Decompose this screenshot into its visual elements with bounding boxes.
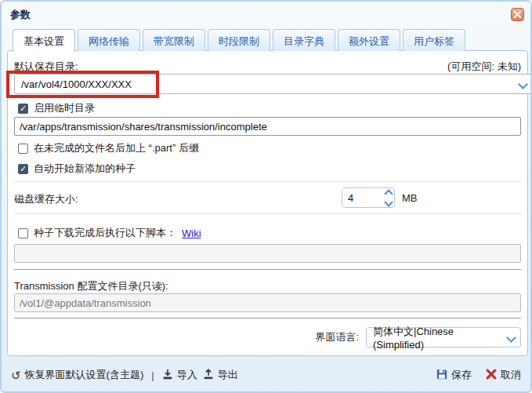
- tab-basic-settings[interactable]: 基本设置: [13, 29, 75, 52]
- config-dir-label: Transmission 配置文件目录(只读):: [14, 279, 168, 293]
- save-dir-value: /var/vol4/1000/XXX/XXX: [21, 78, 132, 90]
- export-icon: [203, 369, 214, 382]
- script-checkbox[interactable]: [18, 228, 28, 238]
- footer-bar: ↺ 恢复界面默认设置(含主题) | 导入 导出: [11, 362, 521, 388]
- cancel-icon: [486, 369, 497, 382]
- tab-schedule-limit[interactable]: 时段限制: [208, 29, 270, 51]
- import-button[interactable]: 导入: [162, 368, 197, 382]
- chevron-down-icon: [508, 334, 515, 341]
- restore-icon: ↺: [11, 369, 21, 381]
- language-row: 界面语言: 简体中文|Chinese (Simplified): [315, 327, 521, 348]
- temp-dir-checkbox[interactable]: [18, 104, 28, 114]
- close-button[interactable]: [511, 8, 524, 21]
- cache-unit-label: MB: [402, 192, 418, 204]
- language-label: 界面语言:: [315, 330, 359, 344]
- chevron-down-icon: [519, 81, 527, 88]
- chevron-down-icon: [385, 198, 393, 206]
- cancel-button[interactable]: 取消: [486, 368, 521, 382]
- save-dir-label-row: 默认保存目录: (可用空间: 未知): [14, 60, 521, 74]
- tab-directory-dictionary[interactable]: 目录字典: [273, 29, 335, 51]
- autostart-checkbox-label: 自动开始新添加的种子: [34, 162, 136, 176]
- cache-size-stepper: [342, 187, 395, 208]
- settings-panel: 默认保存目录: (可用空间: 未知) /var/vol4/1000/XXX/XX…: [7, 50, 528, 356]
- separator: [14, 318, 521, 318]
- autostart-row: 自动开始新添加的种子: [18, 162, 136, 176]
- export-button[interactable]: 导出: [203, 368, 238, 382]
- dialog-title: 参数: [10, 8, 31, 22]
- cache-row: 磁盘缓存大小: MB: [14, 187, 521, 208]
- free-space-label: (可用空间: 未知): [447, 60, 521, 74]
- script-row: 种子下载完成后执行以下脚本： Wiki: [18, 226, 201, 240]
- part-suffix-row: 在未完成的文件名后加上 “.part” 后缀: [18, 141, 199, 155]
- separator: [14, 269, 521, 270]
- save-button[interactable]: 保存: [436, 368, 472, 382]
- autostart-checkbox[interactable]: [18, 164, 28, 174]
- stepper-arrows[interactable]: [384, 188, 394, 207]
- close-icon: [514, 11, 521, 18]
- footer-divider: |: [149, 369, 156, 381]
- restore-defaults-label: 恢复界面默认设置(含主题): [25, 368, 144, 382]
- temp-dir-checkbox-label: 启用临时目录: [34, 101, 95, 115]
- language-value: 简体中文|Chinese (Simplified): [373, 325, 501, 351]
- save-dir-combobox[interactable]: /var/vol4/1000/XXX/XXX: [14, 74, 532, 94]
- script-checkbox-label: 种子下载完成后执行以下脚本：: [34, 226, 176, 240]
- tab-bandwidth-limit[interactable]: 带宽限制: [143, 29, 205, 51]
- cache-size-input[interactable]: [342, 188, 384, 207]
- cache-label: 磁盘缓存大小:: [14, 192, 78, 206]
- temp-dir-input[interactable]: [14, 117, 521, 136]
- import-label: 导入: [177, 368, 197, 382]
- script-input-wrap: [14, 244, 521, 263]
- separator: [14, 213, 521, 214]
- temp-dir-row: 启用临时目录: [18, 101, 95, 115]
- chevron-up-icon: [385, 189, 393, 198]
- save-icon: [436, 369, 447, 382]
- export-label: 导出: [218, 368, 238, 382]
- footer-right: 保存 取消: [436, 368, 521, 382]
- tab-extra-settings[interactable]: 额外设置: [338, 29, 400, 51]
- footer-left: ↺ 恢复界面默认设置(含主题) | 导入 导出: [11, 368, 238, 382]
- config-dir-input-wrap: [14, 293, 521, 312]
- wiki-link[interactable]: Wiki: [182, 227, 201, 239]
- language-select[interactable]: 简体中文|Chinese (Simplified): [366, 327, 521, 348]
- separator: [14, 181, 521, 182]
- part-suffix-checkbox[interactable]: [18, 144, 28, 154]
- temp-dir-input-wrap: [14, 117, 521, 136]
- part-suffix-checkbox-label: 在未完成的文件名后加上 “.part” 后缀: [34, 141, 199, 155]
- save-label: 保存: [451, 368, 472, 382]
- tab-user-labels[interactable]: 用户标签: [403, 29, 465, 51]
- restore-defaults-button[interactable]: ↺ 恢复界面默认设置(含主题): [11, 368, 143, 382]
- script-input: [14, 244, 521, 263]
- config-dir-input: [14, 293, 521, 312]
- import-icon: [162, 369, 173, 382]
- save-dir-label: 默认保存目录:: [14, 60, 78, 74]
- cancel-label: 取消: [501, 368, 521, 382]
- preferences-dialog: 参数 基本设置 网络传输 带宽限制 时段限制 目录字典 额外设置 用户标签 默认…: [0, 0, 532, 393]
- tab-network-transfer[interactable]: 网络传输: [78, 29, 140, 51]
- tab-bar: 基本设置 网络传输 带宽限制 时段限制 目录字典 额外设置 用户标签: [13, 29, 465, 51]
